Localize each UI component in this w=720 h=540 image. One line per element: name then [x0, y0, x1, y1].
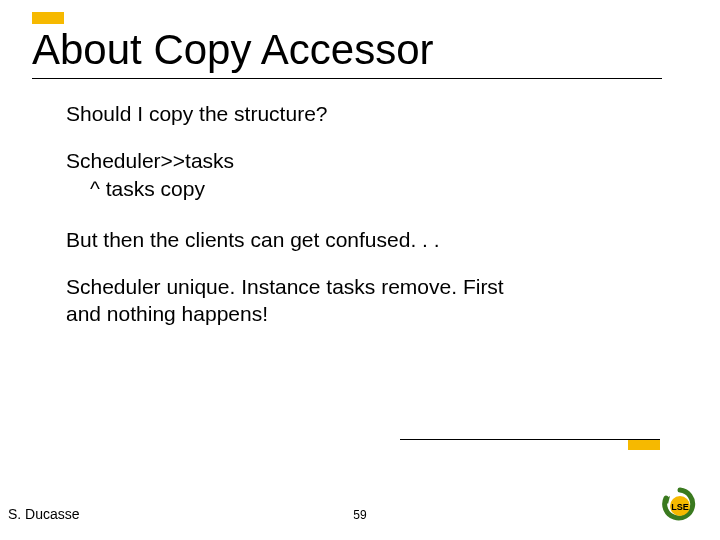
body: Should I copy the structure? Scheduler>>…	[66, 100, 626, 352]
footer-author: S. Ducasse	[8, 506, 80, 522]
logo-text: LSE	[671, 502, 689, 512]
code-line-1: Scheduler>>tasks	[66, 147, 626, 174]
accent-bar-icon	[32, 12, 64, 24]
slide-title: About Copy Accessor	[32, 26, 434, 73]
example-block: Scheduler unique. Instance tasks remove.…	[66, 273, 626, 328]
accent-bar-bottom-icon	[628, 440, 660, 450]
title-block: About Copy Accessor	[32, 12, 662, 79]
code-block: Scheduler>>tasks ^ tasks copy	[66, 147, 626, 202]
example-line-1: Scheduler unique. Instance tasks remove.…	[66, 273, 626, 300]
code-line-2: ^ tasks copy	[66, 175, 626, 202]
lse-logo-icon: LSE	[660, 486, 702, 526]
note-line: But then the clients can get confused. .…	[66, 226, 626, 253]
bottom-rule	[400, 439, 660, 440]
slide: About Copy Accessor Should I copy the st…	[0, 0, 720, 540]
example-line-2: and nothing happens!	[66, 300, 626, 327]
page-number: 59	[353, 508, 366, 522]
question-line: Should I copy the structure?	[66, 100, 626, 127]
title-underline: About Copy Accessor	[32, 26, 662, 79]
